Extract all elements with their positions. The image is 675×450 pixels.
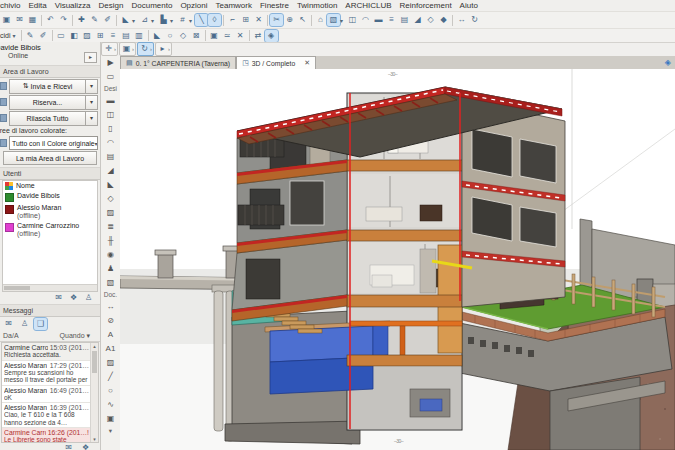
release-all-dropdown[interactable]: ▾ bbox=[86, 111, 98, 126]
menu-design[interactable]: Design bbox=[95, 1, 128, 10]
my-workspace-button[interactable]: La mia Area di Lavoro bbox=[3, 151, 97, 165]
circle-tool[interactable]: ○ bbox=[103, 384, 118, 398]
pick-up-icon[interactable]: ↖ bbox=[296, 14, 309, 26]
status-popup-button[interactable]: ▸ bbox=[84, 52, 97, 63]
tag-icon[interactable]: ≃ bbox=[221, 30, 234, 42]
circle-tool-icon[interactable]: ○ bbox=[164, 30, 177, 42]
section-area-di-lavoro[interactable]: Area di Lavoro bbox=[0, 65, 100, 78]
reserve-dropdown[interactable]: ▾ bbox=[86, 95, 98, 110]
section-messaggi[interactable]: Messaggi bbox=[0, 304, 100, 317]
anchor-icon[interactable]: ⌐ bbox=[226, 14, 239, 26]
rotate-icon[interactable]: ↻ bbox=[468, 14, 481, 26]
roof-tool[interactable]: ◢ bbox=[103, 164, 118, 178]
user-row-davide[interactable]: Davide Bibois bbox=[3, 191, 97, 203]
new-message-icon[interactable]: ✉ bbox=[2, 318, 15, 330]
arrow-tool[interactable]: ▶ bbox=[103, 56, 118, 70]
col-when[interactable]: Quando ▾ bbox=[60, 332, 90, 340]
spline-tool[interactable]: ∿ bbox=[103, 398, 118, 412]
menu-reinforcement[interactable]: Reinforcement bbox=[396, 1, 456, 10]
profile-icon[interactable]: ◣ bbox=[151, 30, 164, 42]
message-row[interactable]: Carmine Carrozzino15:03 (201… Richiesta … bbox=[2, 343, 98, 361]
diamond-icon[interactable]: ◇ bbox=[177, 30, 190, 42]
menu-aiuto[interactable]: Aiuto bbox=[456, 1, 482, 10]
close-tab-icon[interactable]: ✕ bbox=[304, 59, 310, 67]
mesh-tool[interactable]: ◣ bbox=[103, 178, 118, 192]
zone-tool[interactable]: ▧ bbox=[103, 276, 118, 290]
redo-icon[interactable]: ↷ bbox=[57, 14, 70, 26]
tab-3d-completo[interactable]: ◳ 3D / Completo ✕ bbox=[236, 56, 316, 69]
menu-finestre[interactable]: Finestre bbox=[256, 1, 293, 10]
favorites-icon[interactable]: ✕ bbox=[234, 30, 247, 42]
message-row-alert[interactable]: Carmine Carrozzino16:26 (201…! Le Librer… bbox=[2, 428, 98, 443]
undo-icon[interactable]: ↶ bbox=[44, 14, 57, 26]
home-icon[interactable]: ⌂ bbox=[314, 14, 327, 26]
dimension-tool[interactable]: ↔ bbox=[103, 300, 118, 314]
save-icon[interactable]: ▦ bbox=[26, 14, 39, 26]
fill-tool[interactable]: ▨ bbox=[103, 356, 118, 370]
grid-snap-icon[interactable]: # bbox=[176, 14, 189, 26]
morph-tool[interactable]: ◇ bbox=[103, 192, 118, 206]
surface-icon[interactable]: ◧ bbox=[68, 30, 81, 42]
users-header-row[interactable]: Nome bbox=[3, 181, 97, 191]
colors-icon[interactable]: ❖ bbox=[79, 443, 92, 450]
scrollbar-thumb[interactable] bbox=[4, 286, 30, 290]
stretch-icon[interactable]: ↔ bbox=[455, 14, 468, 26]
menu-documento[interactable]: Documento bbox=[127, 1, 176, 10]
angle-icon[interactable]: ⊿ bbox=[138, 14, 151, 26]
scrollbar-thumb[interactable] bbox=[92, 351, 97, 373]
window-tool-icon[interactable]: ◫ bbox=[346, 14, 359, 26]
line-tool[interactable]: ╱ bbox=[103, 370, 118, 384]
composite-icon[interactable]: ⊞ bbox=[94, 30, 107, 42]
snap-guide-icon[interactable]: ◊ bbox=[208, 14, 221, 26]
mail-icon[interactable]: ✉ bbox=[62, 443, 75, 450]
shell-icon[interactable]: ◇ bbox=[424, 14, 437, 26]
menu-edita[interactable]: Edita bbox=[24, 1, 50, 10]
table-icon[interactable]: ⊞ bbox=[239, 14, 252, 26]
scroll-down-icon[interactable]: ▾ bbox=[91, 436, 98, 442]
curtain-wall-tool[interactable]: ▨ bbox=[103, 206, 118, 220]
wall-icon[interactable]: ▬ bbox=[372, 14, 385, 26]
layer-combo[interactable]: cidi bbox=[0, 32, 13, 39]
toolbox-scroll-more[interactable]: ▾ bbox=[109, 426, 112, 436]
frame-icon[interactable]: ⊠ bbox=[190, 30, 203, 42]
story-icon[interactable]: ▤ bbox=[120, 30, 133, 42]
door-tool[interactable]: ◫ bbox=[103, 108, 118, 122]
message-row[interactable]: Alessio Maran17:29 (201… Sempre su scans… bbox=[2, 361, 98, 386]
orbit-button[interactable]: ↻› bbox=[137, 42, 154, 56]
text-tool[interactable]: A bbox=[103, 328, 118, 342]
menu-visualizza[interactable]: Visualizza bbox=[51, 1, 95, 10]
to-user-icon[interactable]: ♙ bbox=[18, 318, 31, 330]
beam-icon[interactable]: ≡ bbox=[385, 14, 398, 26]
layers-icon[interactable]: ≡ bbox=[107, 30, 120, 42]
3d-canvas[interactable]: –30– –30– bbox=[120, 69, 675, 450]
user-row-alessio[interactable]: Alessio Maran(offline) bbox=[3, 203, 97, 221]
railing-tool[interactable]: ╫ bbox=[103, 234, 118, 248]
grid-icon[interactable]: ▥ bbox=[133, 30, 146, 42]
send-icon[interactable]: ✉ bbox=[13, 14, 26, 26]
pencil-set-icon[interactable]: ✐ bbox=[37, 30, 50, 42]
morph-icon[interactable]: ◆ bbox=[437, 14, 450, 26]
message-row[interactable]: Alessio Maran16:49 (201… oK ▸ bbox=[2, 386, 98, 404]
send-receive-button[interactable]: ⇅Invia e Ricevi bbox=[9, 79, 86, 94]
roof-icon[interactable]: ◢ bbox=[411, 14, 424, 26]
colors-icon[interactable]: ❖ bbox=[68, 292, 79, 304]
release-all-button[interactable]: Rilascia Tutto bbox=[9, 111, 86, 126]
slab-icon[interactable]: ▤ bbox=[398, 14, 411, 26]
wall-tool[interactable]: ▬ bbox=[103, 94, 118, 108]
guide-line-icon[interactable]: ╲ bbox=[195, 14, 208, 26]
image-tool[interactable]: ▣ bbox=[103, 412, 118, 426]
menu-twinmotion[interactable]: Twinmotion bbox=[293, 1, 341, 10]
scissors-icon[interactable]: ✂ bbox=[270, 14, 283, 26]
message-row[interactable]: Alessio Maran16:39 (201… Ciao, le T 610 … bbox=[2, 403, 98, 428]
swap-icon[interactable]: ⇄ bbox=[252, 30, 265, 42]
menu-archivio[interactable]: Archivio bbox=[0, 1, 24, 10]
column-tool[interactable]: ▯ bbox=[103, 122, 118, 136]
figure-tool[interactable]: ♟ bbox=[103, 262, 118, 276]
send-receive-dropdown[interactable]: ▾ bbox=[86, 79, 98, 94]
close-view-icon[interactable]: ✕ bbox=[252, 14, 265, 26]
select-button[interactable]: ▸› bbox=[155, 42, 172, 56]
arch-icon[interactable]: ◠ bbox=[359, 14, 372, 26]
messages-scrollbar[interactable]: ▴ ▾ bbox=[90, 343, 98, 442]
menu-opzioni[interactable]: Opzioni bbox=[176, 1, 211, 10]
menu-archiclub[interactable]: ARCHICLUB bbox=[341, 1, 395, 10]
